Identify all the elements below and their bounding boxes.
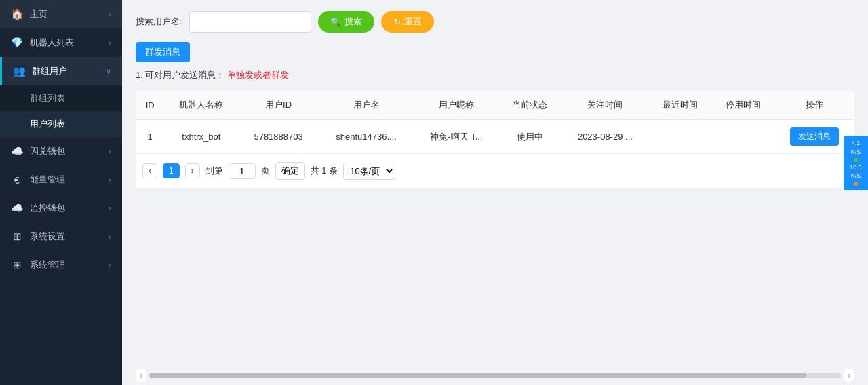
table-header-row: ID 机器人名称 用户ID 用户名 用户昵称 当前状态 关注时间 最近时间 停用… [136, 91, 854, 120]
search-button-label: 搜索 [344, 16, 362, 28]
total-count: 共 1 条 [311, 165, 338, 177]
settings-icon: ⊞ [11, 230, 23, 243]
col-username: 用户名 [319, 91, 414, 120]
search-input[interactable] [189, 11, 311, 33]
energy-icon: € [11, 174, 23, 186]
next-page-button[interactable]: › [185, 163, 200, 178]
search-bar: 搜索用户名: 🔍 搜索 ↻ 重置 [136, 11, 854, 33]
chevron-right-icon-3: › [108, 147, 111, 155]
system-icon: ⊞ [11, 259, 23, 271]
cell-action: 发送消息 [774, 120, 854, 154]
cell-user-id: 5781888703 [238, 120, 318, 154]
col-id: ID [136, 91, 164, 120]
cell-recent-time [649, 120, 711, 154]
scroll-right-arrow[interactable]: › [844, 369, 854, 382]
chevron-right-icon-6: › [108, 232, 111, 241]
sidebar: 🏠 主页 › 💎 机器人列表 › 👥 群组用户 ∨ 群组列表 用户列表 ☁️ 闪… [0, 0, 122, 385]
prev-page-button[interactable]: ‹ [142, 163, 157, 178]
sidebar-item-group-users[interactable]: 👥 群组用户 ∨ [0, 57, 122, 85]
table-row: 1 txhtrx_bot 5781888703 shentu14736.... … [136, 120, 854, 154]
cell-follow-time: 2023-08-29 ... [561, 120, 650, 154]
green-dot [854, 158, 858, 162]
col-robot-name: 机器人名称 [164, 91, 238, 120]
reset-button-label: 重置 [404, 16, 422, 28]
monitor-icon: ☁️ [11, 202, 23, 214]
sidebar-label-monitor-wallet: 监控钱包 [30, 202, 65, 214]
right-panel-indicator: 4.1 K/S 10.5 K/S [844, 136, 868, 190]
data-table-container: ID 机器人名称 用户ID 用户名 用户昵称 当前状态 关注时间 最近时间 停用… [136, 91, 854, 188]
sidebar-label-robot-list: 机器人列表 [30, 37, 74, 49]
chevron-right-icon-7: › [108, 261, 111, 269]
info-text: 1. 可对用户发送消息： 单独发或者群发 [136, 69, 854, 81]
search-button[interactable]: 🔍 搜索 [318, 11, 374, 33]
col-action: 操作 [774, 91, 854, 120]
cell-robot-name: txhtrx_bot [164, 120, 238, 154]
chevron-right-icon-2: › [108, 39, 111, 47]
right-panel-line4: K/S [851, 172, 861, 180]
sidebar-item-flash-wallet[interactable]: ☁️ 闪兑钱包 › [0, 137, 122, 165]
page-size-select[interactable]: 10条/页 20条/页 50条/页 [343, 163, 395, 180]
chevron-right-icon-4: › [108, 176, 111, 184]
sidebar-label-energy-mgmt: 能量管理 [30, 174, 65, 186]
page-1-button[interactable]: 1 [163, 163, 180, 178]
search-icon: 🔍 [330, 17, 341, 27]
scroll-left-arrow[interactable]: ‹ [136, 369, 146, 382]
right-panel-line3: 10.5 [850, 164, 862, 171]
goto-label: 到第 [205, 165, 223, 177]
user-table: ID 机器人名称 用户ID 用户名 用户昵称 当前状态 关注时间 最近时间 停用… [136, 91, 854, 154]
diamond-icon: 💎 [11, 37, 23, 49]
sidebar-submenu-group-users: 群组列表 用户列表 [0, 85, 122, 137]
scroll-track[interactable] [149, 373, 841, 378]
sidebar-item-system-mgmt[interactable]: ⊞ 系统管理 › [0, 251, 122, 279]
col-status: 当前状态 [498, 91, 561, 120]
cell-stop-time [712, 120, 774, 154]
cloud-icon: ☁️ [11, 145, 23, 157]
col-stop-time: 停用时间 [712, 91, 774, 120]
col-nickname: 用户昵称 [414, 91, 498, 120]
chevron-right-icon: › [108, 10, 111, 18]
sidebar-label-home: 主页 [30, 8, 47, 20]
goto-page-confirm-button[interactable]: 确定 [275, 162, 305, 180]
cell-username: shentu14736.... [319, 120, 414, 154]
right-panel-line2: K/S [851, 148, 861, 156]
chevron-down-icon: ∨ [106, 67, 111, 76]
scroll-thumb [149, 373, 806, 378]
sidebar-label-system-settings: 系统设置 [30, 230, 65, 243]
sidebar-label-group-users: 群组用户 [32, 65, 67, 77]
sidebar-item-user-list[interactable]: 用户列表 [0, 111, 122, 137]
chevron-right-icon-5: › [108, 204, 111, 212]
send-message-button[interactable]: 发送消息 [790, 127, 839, 146]
sidebar-item-robot-list[interactable]: 💎 机器人列表 › [0, 28, 122, 57]
sidebar-label-flash-wallet: 闪兑钱包 [30, 145, 65, 157]
cell-id: 1 [136, 120, 164, 154]
group-send-button[interactable]: 群发消息 [136, 42, 190, 62]
sidebar-item-system-settings[interactable]: ⊞ 系统设置 › [0, 222, 122, 251]
col-recent-time: 最近时间 [649, 91, 711, 120]
right-panel-line1: 4.1 [852, 140, 861, 147]
sidebar-label-user-list: 用户列表 [30, 119, 65, 129]
info-highlight: 单独发或者群发 [227, 70, 289, 80]
pagination: ‹ 1 › 到第 页 确定 共 1 条 10条/页 20条/页 50条/页 [136, 154, 854, 188]
sidebar-item-group-list[interactable]: 群组列表 [0, 85, 122, 111]
sidebar-item-monitor-wallet[interactable]: ☁️ 监控钱包 › [0, 194, 122, 222]
cell-status: 使用中 [498, 120, 561, 154]
main-content: 搜索用户名: 🔍 搜索 ↻ 重置 群发消息 1. 可对用户发送消息： 单独发或者… [122, 0, 868, 385]
goto-page-input[interactable] [229, 163, 256, 179]
cell-nickname: 神兔-啊天 T... [414, 120, 498, 154]
content-area: 搜索用户名: 🔍 搜索 ↻ 重置 群发消息 1. 可对用户发送消息： 单独发或者… [122, 0, 868, 366]
sidebar-item-home[interactable]: 🏠 主页 › [0, 0, 122, 28]
orange-dot [854, 182, 858, 186]
horizontal-scrollbar-area: ‹ › [122, 366, 868, 385]
col-user-id: 用户ID [238, 91, 318, 120]
col-follow-time: 关注时间 [561, 91, 650, 120]
sidebar-label-group-list: 群组列表 [30, 93, 65, 103]
search-label: 搜索用户名: [136, 16, 182, 28]
home-icon: 🏠 [11, 8, 23, 20]
info-prefix: 1. 可对用户发送消息： [136, 70, 224, 80]
status-badge: 使用中 [517, 131, 543, 142]
refresh-icon: ↻ [393, 17, 401, 27]
sidebar-label-system-mgmt: 系统管理 [30, 259, 65, 271]
reset-button[interactable]: ↻ 重置 [381, 11, 434, 33]
sidebar-item-energy-mgmt[interactable]: € 能量管理 › [0, 165, 122, 194]
users-icon: 👥 [13, 65, 25, 77]
